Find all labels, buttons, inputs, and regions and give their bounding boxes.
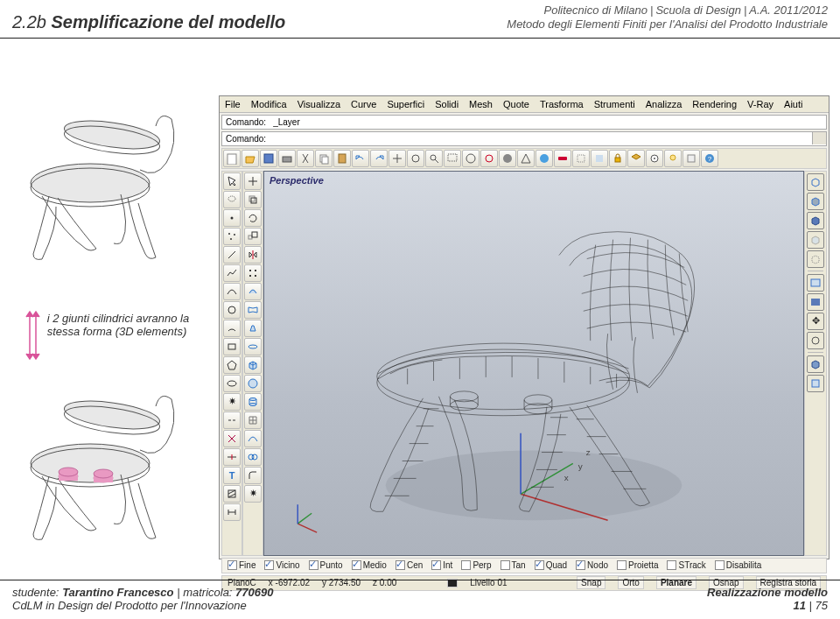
move-icon[interactable] [244, 172, 262, 190]
menu-item[interactable]: V-Ray [747, 99, 774, 109]
menu-item[interactable]: Visualizza [298, 99, 340, 109]
layers-icon[interactable] [627, 150, 645, 167]
zoom-window-icon[interactable] [444, 150, 461, 167]
shaded-mode-icon[interactable] [807, 193, 824, 210]
flat-shade-icon[interactable] [807, 274, 824, 292]
lasso-icon[interactable] [223, 191, 241, 208]
help-icon[interactable]: ? [701, 150, 718, 167]
osnap-label[interactable]: Punto [320, 560, 343, 570]
curve-icon[interactable] [223, 283, 241, 300]
rotate-view2-icon[interactable] [807, 332, 824, 349]
trim-icon[interactable] [223, 430, 241, 447]
rotate-view-icon[interactable] [407, 150, 424, 167]
osnap-label[interactable]: Medio [363, 560, 387, 570]
revolve-icon[interactable] [244, 338, 262, 355]
top-view-icon[interactable] [807, 375, 824, 392]
open-icon[interactable] [242, 150, 259, 167]
split-icon[interactable] [223, 448, 241, 466]
xray-mode-icon[interactable] [807, 250, 824, 268]
menu-item[interactable]: Analizza [646, 99, 682, 109]
surface-icon[interactable] [244, 283, 262, 300]
command-dropdown-icon[interactable] [812, 132, 826, 144]
light-icon[interactable] [664, 150, 682, 167]
shade-icon[interactable] [499, 150, 516, 167]
explode-icon[interactable]: ✷ [223, 393, 241, 411]
array-icon[interactable] [244, 264, 262, 282]
box-icon[interactable] [244, 356, 262, 374]
scale-icon[interactable] [244, 228, 262, 245]
options-icon[interactable] [682, 150, 700, 167]
pan-icon[interactable] [388, 150, 406, 167]
osnap-label[interactable]: STrack [678, 560, 705, 570]
ellipse-icon[interactable] [223, 375, 241, 392]
osnap-label[interactable]: Proietta [628, 560, 658, 570]
properties-icon[interactable] [646, 150, 663, 167]
rotate-icon[interactable] [244, 209, 262, 227]
osnap-label[interactable]: Fine [239, 560, 256, 570]
rect-icon[interactable] [223, 338, 241, 355]
undo-icon[interactable] [352, 150, 369, 167]
dim-icon[interactable] [223, 503, 241, 521]
mirror-icon[interactable] [244, 246, 262, 264]
print-icon[interactable] [278, 150, 296, 167]
select-icon[interactable] [223, 172, 241, 190]
blend-icon[interactable] [244, 430, 262, 447]
fillet-icon[interactable] [244, 467, 262, 484]
cut-icon[interactable] [297, 150, 314, 167]
wireframe-icon[interactable] [517, 150, 535, 167]
osnap-label[interactable]: Nodo [587, 560, 608, 570]
text-icon[interactable]: T [223, 467, 241, 484]
redo-icon[interactable] [370, 150, 388, 167]
explode2-icon[interactable]: ✷ [244, 485, 262, 503]
car-icon[interactable] [554, 150, 571, 167]
menu-item[interactable]: Aiuti [784, 99, 802, 109]
cylinder-icon[interactable] [244, 393, 262, 411]
loft-icon[interactable] [244, 301, 262, 319]
extrude-icon[interactable] [244, 320, 262, 337]
osnap-label[interactable]: Tan [512, 560, 526, 570]
wireframe-mode-icon[interactable] [807, 173, 824, 191]
osnap-label[interactable]: Perp [472, 560, 491, 570]
menu-item[interactable]: Modifica [251, 99, 287, 109]
shade-toggle-icon[interactable] [807, 293, 824, 311]
paste-icon[interactable] [333, 150, 351, 167]
zoom-in-icon[interactable] [425, 150, 443, 167]
hide-icon[interactable] [572, 150, 590, 167]
menu-item[interactable]: File [225, 99, 241, 109]
mesh-icon[interactable] [244, 411, 262, 429]
save-icon[interactable] [260, 150, 277, 167]
menu-item[interactable]: Strumenti [594, 99, 635, 109]
menu-item[interactable]: Rendering [692, 99, 737, 109]
viewport-perspective[interactable]: Perspective z y x [263, 171, 804, 556]
command-input[interactable]: Comando: [221, 131, 827, 146]
osnap-label[interactable]: Vicino [276, 560, 299, 570]
osnap-label[interactable]: Int [443, 560, 452, 570]
zoom-selected-icon[interactable] [480, 150, 498, 167]
copy-obj-icon[interactable] [244, 191, 262, 208]
copy-icon[interactable] [315, 150, 332, 167]
menu-item[interactable]: Curve [351, 99, 376, 109]
line-icon[interactable] [223, 246, 241, 264]
sphere-icon[interactable] [244, 375, 262, 392]
lock-icon[interactable] [609, 150, 626, 167]
perspective-icon[interactable] [807, 355, 824, 373]
menu-item[interactable]: Superfici [387, 99, 424, 109]
render-icon[interactable] [536, 150, 553, 167]
menu-item[interactable]: Solidi [435, 99, 458, 109]
ghosted-mode-icon[interactable] [807, 231, 824, 249]
new-icon[interactable] [223, 150, 241, 167]
circle-icon[interactable] [223, 301, 241, 319]
show-icon[interactable] [591, 150, 608, 167]
menu-item[interactable]: Trasforma [540, 99, 584, 109]
point-icon[interactable] [223, 209, 241, 227]
hatch-icon[interactable] [223, 485, 241, 503]
bool-icon[interactable] [244, 448, 262, 466]
join-icon[interactable] [223, 411, 241, 429]
osnap-label[interactable]: Disabilita [726, 560, 762, 570]
arc-icon[interactable] [223, 320, 241, 337]
pan-view-icon[interactable]: ✥ [807, 313, 824, 330]
zoom-extents-icon[interactable] [462, 150, 480, 167]
osnap-label[interactable]: Cen [407, 560, 423, 570]
menu-item[interactable]: Mesh [469, 99, 493, 109]
menu-item[interactable]: Quote [503, 99, 529, 109]
